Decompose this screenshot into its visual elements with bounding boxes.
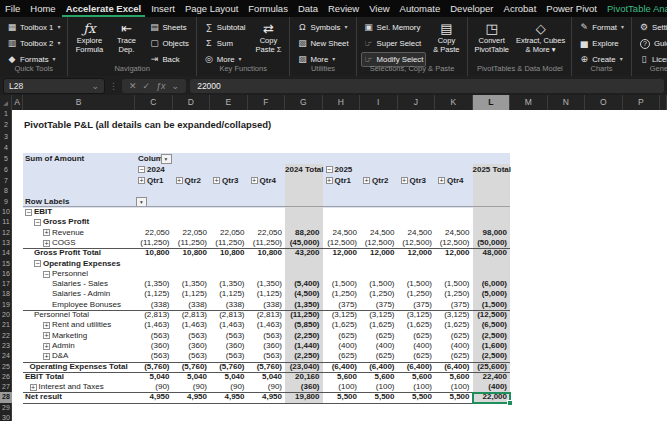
collapse-button[interactable]: − bbox=[34, 219, 41, 226]
ribbon-button-copy-paste[interactable]: ⇄Copy Paste Σ bbox=[251, 19, 285, 55]
ribbon-button-settings[interactable]: ⚙Settings bbox=[636, 20, 667, 35]
column-header-m[interactable]: M bbox=[510, 95, 548, 110]
row-header-22[interactable]: 22 bbox=[0, 331, 12, 341]
expand-button[interactable]: + bbox=[30, 384, 37, 391]
expand-button[interactable]: + bbox=[176, 177, 183, 184]
row-header-10[interactable]: 10 bbox=[0, 207, 12, 217]
column-header-k[interactable]: K bbox=[435, 95, 473, 110]
name-box[interactable]: L28 ⌄ bbox=[3, 78, 105, 94]
ribbon-button-symbols[interactable]: ΩSymbols▾ bbox=[294, 20, 351, 35]
expand-button[interactable]: + bbox=[213, 177, 220, 184]
column-header-h[interactable]: H bbox=[323, 95, 361, 110]
tab-view[interactable]: View bbox=[365, 0, 393, 17]
row-header-13[interactable]: 13 bbox=[0, 238, 12, 248]
insert-function-icon[interactable]: ƒx bbox=[156, 81, 166, 91]
ribbon-button-sum[interactable]: ΣSum bbox=[201, 36, 249, 51]
row-header-23[interactable]: 23 bbox=[0, 341, 12, 351]
row-header-7[interactable]: 7 bbox=[0, 175, 12, 186]
ribbon-button-trace-dep[interactable]: ⇤Trace Dep. bbox=[109, 19, 143, 55]
tab-review[interactable]: Review bbox=[324, 0, 363, 17]
row-header-12[interactable]: 12 bbox=[0, 228, 12, 238]
expand-button[interactable]: + bbox=[251, 177, 258, 184]
column-labels-filter-dropdown[interactable]: ▾ bbox=[161, 154, 172, 164]
tab-home[interactable]: Home bbox=[26, 0, 59, 17]
expand-button[interactable]: + bbox=[43, 240, 50, 247]
ribbon-button-convert-pivottable[interactable]: ◳Convert PivotTable bbox=[472, 19, 511, 55]
column-header-f[interactable]: F bbox=[248, 95, 286, 110]
ribbon-button-guidance[interactable]: ?Guidance bbox=[636, 36, 667, 51]
row-header-26[interactable]: 26 bbox=[0, 372, 12, 382]
expand-button[interactable]: + bbox=[326, 177, 333, 184]
row-header-2[interactable]: 2 bbox=[0, 117, 12, 132]
row-header-4[interactable]: 4 bbox=[0, 142, 12, 153]
ribbon-button-extract-cubes-more[interactable]: ◇Extract, Cubes & More ▾ bbox=[514, 19, 567, 55]
expand-button[interactable]: + bbox=[138, 177, 145, 184]
column-header-b[interactable]: B bbox=[23, 95, 135, 110]
column-header-e[interactable]: E bbox=[210, 95, 248, 110]
ribbon-button-copy-paste[interactable]: ▤Copy & Paste bbox=[429, 19, 463, 55]
column-header-a[interactable]: A bbox=[12, 95, 23, 110]
ribbon-button-sheets[interactable]: ▤Sheets bbox=[146, 20, 191, 35]
expand-button[interactable]: + bbox=[43, 322, 50, 329]
enter-icon[interactable]: ✓ bbox=[143, 81, 151, 91]
row-header-28[interactable]: 28 bbox=[0, 392, 12, 402]
row-header-30[interactable]: 30 bbox=[0, 413, 12, 421]
expand-button[interactable]: + bbox=[363, 177, 370, 184]
row-header-11[interactable]: 11 bbox=[0, 217, 12, 227]
column-header-d[interactable]: D bbox=[173, 95, 211, 110]
row-header-24[interactable]: 24 bbox=[0, 351, 12, 361]
ribbon-button-toolbox-2[interactable]: ▥Toolbox 2▾ bbox=[4, 36, 63, 51]
tab-file[interactable]: File bbox=[1, 0, 24, 17]
collapse-button[interactable]: − bbox=[138, 166, 145, 173]
tab-insert[interactable]: Insert bbox=[147, 0, 179, 17]
ribbon-button-format[interactable]: ✎Format▾ bbox=[576, 20, 627, 35]
row-header-16[interactable]: 16 bbox=[0, 269, 12, 279]
row-header-17[interactable]: 17 bbox=[0, 279, 12, 289]
expand-button[interactable]: + bbox=[438, 177, 445, 184]
column-header-j[interactable]: J bbox=[398, 95, 436, 110]
row-header-14[interactable]: 14 bbox=[0, 248, 12, 258]
row-header-1[interactable]: 1 bbox=[0, 110, 12, 117]
tab-page-layout[interactable]: Page Layout bbox=[181, 0, 242, 17]
ribbon-button-super-select[interactable]: ☞Super Select bbox=[361, 36, 427, 51]
ribbon-button-explore[interactable]: ▅Explore bbox=[576, 36, 627, 51]
column-header-c[interactable]: C bbox=[135, 95, 173, 110]
ribbon-button-objects[interactable]: ▢Objects bbox=[146, 36, 191, 51]
row-header-27[interactable]: 27 bbox=[0, 382, 12, 392]
row-header-29[interactable]: 29 bbox=[0, 403, 12, 413]
tab-power-pivot[interactable]: Power Pivot bbox=[542, 0, 601, 17]
column-header-i[interactable]: I bbox=[360, 95, 398, 110]
collapse-button[interactable]: − bbox=[43, 271, 50, 278]
column-header-p[interactable]: P bbox=[623, 95, 661, 110]
ribbon-button-subtotal[interactable]: ∑Subtotal bbox=[201, 20, 249, 35]
column-header-n[interactable]: N bbox=[548, 95, 586, 110]
ribbon-button-explore-formula[interactable]: ƒxExplore Formula bbox=[72, 19, 106, 55]
ribbon-button-toolbox-1[interactable]: ▦Toolbox 1▾ bbox=[4, 20, 63, 35]
row-header-18[interactable]: 18 bbox=[0, 289, 12, 299]
row-header-8[interactable]: 8 bbox=[0, 186, 12, 196]
row-header-6[interactable]: 6 bbox=[0, 164, 12, 175]
collapse-button[interactable]: − bbox=[326, 166, 333, 173]
tab-formulas[interactable]: Formulas bbox=[244, 0, 292, 17]
column-header-l[interactable]: L bbox=[473, 95, 511, 110]
expand-button[interactable]: + bbox=[43, 343, 50, 350]
tab-automate[interactable]: Automate bbox=[396, 0, 445, 17]
expand-button[interactable]: + bbox=[43, 353, 50, 360]
tab-acrobat[interactable]: Acrobat bbox=[500, 0, 541, 17]
collapse-button[interactable]: − bbox=[25, 209, 32, 216]
row-header-3[interactable]: 3 bbox=[0, 132, 12, 142]
cancel-icon[interactable]: ✕ bbox=[129, 81, 137, 91]
collapse-button[interactable]: − bbox=[34, 260, 41, 267]
row-header-15[interactable]: 15 bbox=[0, 259, 12, 269]
tab-pivottable-analyze[interactable]: PivotTable Analyze bbox=[603, 0, 667, 17]
formula-input[interactable]: 22000 bbox=[190, 79, 664, 93]
select-all-corner[interactable]: ◢ bbox=[0, 95, 12, 110]
expand-button[interactable]: + bbox=[43, 229, 50, 236]
row-header-9[interactable]: 9 bbox=[0, 196, 12, 207]
row-header-19[interactable]: 19 bbox=[0, 300, 12, 310]
row-header-20[interactable]: 20 bbox=[0, 310, 12, 320]
row-header-21[interactable]: 21 bbox=[0, 320, 12, 330]
expand-button[interactable]: + bbox=[43, 332, 50, 339]
row-header-25[interactable]: 25 bbox=[0, 362, 12, 372]
expand-button[interactable]: + bbox=[401, 177, 408, 184]
